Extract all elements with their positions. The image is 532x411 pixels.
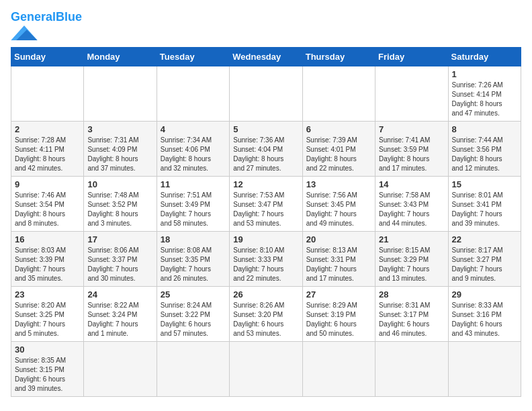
day-number: 15 [452, 179, 517, 189]
weekday-header-thursday: Thursday [302, 47, 375, 66]
day-info: Sunrise: 7:44 AM Sunset: 3:56 PM Dayligh… [452, 136, 517, 173]
calendar-cell: 29Sunrise: 8:33 AM Sunset: 3:16 PM Dayli… [448, 286, 521, 341]
calendar-cell: 24Sunrise: 8:22 AM Sunset: 3:24 PM Dayli… [84, 286, 157, 341]
calendar-cell: 10Sunrise: 7:48 AM Sunset: 3:52 PM Dayli… [84, 176, 157, 231]
calendar-cell: 8Sunrise: 7:44 AM Sunset: 3:56 PM Daylig… [448, 121, 521, 176]
day-info: Sunrise: 8:03 AM Sunset: 3:39 PM Dayligh… [15, 246, 80, 283]
day-info: Sunrise: 8:13 AM Sunset: 3:31 PM Dayligh… [306, 246, 371, 283]
day-info: Sunrise: 7:56 AM Sunset: 3:45 PM Dayligh… [306, 191, 371, 228]
day-number: 25 [161, 289, 226, 300]
calendar-cell: 25Sunrise: 8:24 AM Sunset: 3:22 PM Dayli… [157, 286, 229, 341]
day-number: 14 [379, 179, 444, 189]
calendar-table: SundayMondayTuesdayWednesdayThursdayFrid… [11, 47, 521, 397]
day-number: 23 [15, 289, 80, 300]
calendar-cell: 11Sunrise: 7:51 AM Sunset: 3:49 PM Dayli… [157, 176, 229, 231]
day-number: 19 [233, 234, 298, 244]
weekday-header-monday: Monday [84, 47, 157, 66]
calendar-cell [230, 341, 302, 396]
weekday-header-wednesday: Wednesday [230, 47, 302, 66]
day-number: 24 [87, 289, 152, 300]
day-number: 18 [161, 234, 226, 244]
day-number: 17 [87, 234, 152, 244]
day-number: 7 [379, 124, 444, 134]
calendar-cell [157, 66, 229, 121]
day-number: 8 [452, 124, 517, 134]
week-row-6: 30Sunrise: 8:35 AM Sunset: 3:15 PM Dayli… [11, 341, 521, 396]
day-number: 20 [306, 234, 371, 244]
calendar-cell: 26Sunrise: 8:26 AM Sunset: 3:20 PM Dayli… [230, 286, 302, 341]
calendar-cell: 5Sunrise: 7:36 AM Sunset: 4:04 PM Daylig… [230, 121, 302, 176]
calendar-cell: 27Sunrise: 8:29 AM Sunset: 3:19 PM Dayli… [302, 286, 375, 341]
day-info: Sunrise: 8:24 AM Sunset: 3:22 PM Dayligh… [161, 301, 226, 338]
day-number: 9 [15, 179, 80, 189]
logo-text: GeneralBlue [11, 11, 82, 24]
calendar-cell: 12Sunrise: 7:53 AM Sunset: 3:47 PM Dayli… [230, 176, 302, 231]
weekday-header-friday: Friday [375, 47, 448, 66]
day-info: Sunrise: 7:48 AM Sunset: 3:52 PM Dayligh… [87, 191, 152, 228]
calendar-cell [375, 66, 448, 121]
day-info: Sunrise: 8:10 AM Sunset: 3:33 PM Dayligh… [233, 246, 298, 283]
day-info: Sunrise: 7:41 AM Sunset: 3:59 PM Dayligh… [379, 136, 444, 173]
day-number: 27 [306, 289, 371, 300]
calendar-cell: 20Sunrise: 8:13 AM Sunset: 3:31 PM Dayli… [302, 231, 375, 286]
day-number: 3 [87, 124, 152, 134]
day-info: Sunrise: 7:53 AM Sunset: 3:47 PM Dayligh… [233, 191, 298, 228]
day-info: Sunrise: 7:39 AM Sunset: 4:01 PM Dayligh… [306, 136, 371, 173]
calendar-cell [302, 341, 375, 396]
calendar-cell: 3Sunrise: 7:31 AM Sunset: 4:09 PM Daylig… [84, 121, 157, 176]
calendar-cell: 30Sunrise: 8:35 AM Sunset: 3:15 PM Dayli… [11, 341, 84, 396]
calendar-cell: 14Sunrise: 7:58 AM Sunset: 3:43 PM Dayli… [375, 176, 448, 231]
day-info: Sunrise: 8:17 AM Sunset: 3:27 PM Dayligh… [452, 246, 517, 283]
day-info: Sunrise: 8:06 AM Sunset: 3:37 PM Dayligh… [87, 246, 152, 283]
calendar-cell: 7Sunrise: 7:41 AM Sunset: 3:59 PM Daylig… [375, 121, 448, 176]
calendar-cell: 18Sunrise: 8:08 AM Sunset: 3:35 PM Dayli… [157, 231, 229, 286]
calendar-cell [157, 341, 229, 396]
day-info: Sunrise: 7:31 AM Sunset: 4:09 PM Dayligh… [87, 136, 152, 173]
day-number: 5 [233, 124, 298, 134]
day-info: Sunrise: 8:33 AM Sunset: 3:16 PM Dayligh… [452, 301, 517, 338]
day-number: 26 [233, 289, 298, 300]
day-number: 29 [452, 289, 517, 300]
day-info: Sunrise: 7:46 AM Sunset: 3:54 PM Dayligh… [15, 191, 80, 228]
day-number: 1 [452, 69, 517, 79]
calendar-cell [448, 341, 521, 396]
calendar-cell: 16Sunrise: 8:03 AM Sunset: 3:39 PM Dayli… [11, 231, 84, 286]
day-info: Sunrise: 7:34 AM Sunset: 4:06 PM Dayligh… [161, 136, 226, 173]
calendar-cell: 15Sunrise: 8:01 AM Sunset: 3:41 PM Dayli… [448, 176, 521, 231]
calendar-cell: 2Sunrise: 7:28 AM Sunset: 4:11 PM Daylig… [11, 121, 84, 176]
calendar-cell: 21Sunrise: 8:15 AM Sunset: 3:29 PM Dayli… [375, 231, 448, 286]
day-info: Sunrise: 8:22 AM Sunset: 3:24 PM Dayligh… [87, 301, 152, 338]
calendar-cell: 19Sunrise: 8:10 AM Sunset: 3:33 PM Dayli… [230, 231, 302, 286]
day-number: 2 [15, 124, 80, 134]
day-info: Sunrise: 8:01 AM Sunset: 3:41 PM Dayligh… [452, 191, 517, 228]
calendar-cell: 9Sunrise: 7:46 AM Sunset: 3:54 PM Daylig… [11, 176, 84, 231]
calendar-cell: 23Sunrise: 8:20 AM Sunset: 3:25 PM Dayli… [11, 286, 84, 341]
weekday-header-tuesday: Tuesday [157, 47, 229, 66]
logo: GeneralBlue [11, 11, 82, 40]
day-info: Sunrise: 8:29 AM Sunset: 3:19 PM Dayligh… [306, 301, 371, 338]
day-number: 16 [15, 234, 80, 244]
week-row-2: 2Sunrise: 7:28 AM Sunset: 4:11 PM Daylig… [11, 121, 521, 176]
calendar-cell [11, 66, 84, 121]
logo-icon [11, 26, 38, 40]
day-info: Sunrise: 7:51 AM Sunset: 3:49 PM Dayligh… [161, 191, 226, 228]
logo-blue: Blue [56, 10, 82, 24]
day-number: 12 [233, 179, 298, 189]
page-header: GeneralBlue [11, 11, 521, 40]
week-row-3: 9Sunrise: 7:46 AM Sunset: 3:54 PM Daylig… [11, 176, 521, 231]
day-number: 10 [87, 179, 152, 189]
day-info: Sunrise: 8:08 AM Sunset: 3:35 PM Dayligh… [161, 246, 226, 283]
calendar-cell: 13Sunrise: 7:56 AM Sunset: 3:45 PM Dayli… [302, 176, 375, 231]
logo-general: General [11, 10, 56, 24]
day-number: 13 [306, 179, 371, 189]
day-info: Sunrise: 8:31 AM Sunset: 3:17 PM Dayligh… [379, 301, 444, 338]
day-number: 6 [306, 124, 371, 134]
day-number: 21 [379, 234, 444, 244]
day-number: 30 [15, 345, 80, 355]
calendar-cell [375, 341, 448, 396]
calendar-cell [84, 66, 157, 121]
day-info: Sunrise: 7:28 AM Sunset: 4:11 PM Dayligh… [15, 136, 80, 173]
day-info: Sunrise: 8:26 AM Sunset: 3:20 PM Dayligh… [233, 301, 298, 338]
calendar-cell [230, 66, 302, 121]
calendar-cell [302, 66, 375, 121]
